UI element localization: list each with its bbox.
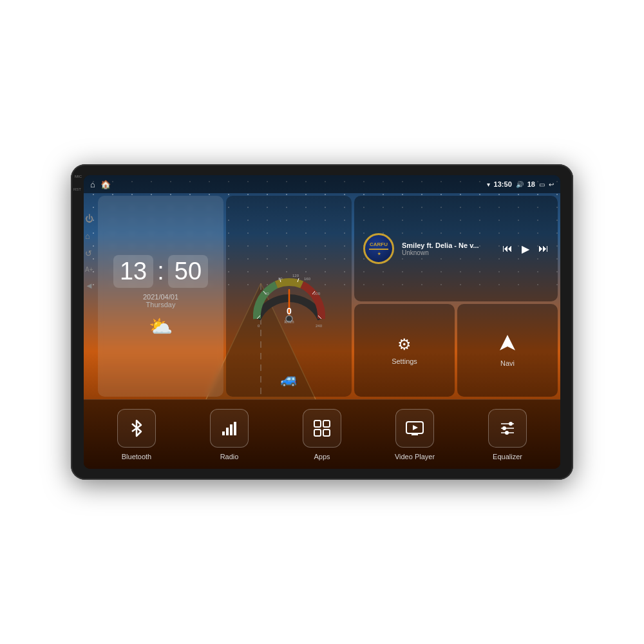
clock-min-block: 50 bbox=[168, 255, 208, 288]
svg-marker-31 bbox=[413, 425, 418, 430]
apps-icon-wrap bbox=[303, 409, 341, 448]
screen: ⌂ 🏠 ▾ 13:50 🔊 18 ▭ ↩ ⏻ ⌂ ↺ A+ ◄ bbox=[84, 175, 560, 469]
clock-day: Thursday bbox=[143, 301, 178, 308]
music-logo: CARFU ★ bbox=[363, 233, 394, 264]
rst-label: RST bbox=[73, 187, 81, 191]
svg-rect-24 bbox=[230, 424, 232, 435]
back-icon[interactable]: ↩ bbox=[549, 181, 554, 188]
car-head-unit: MIC RST ⌂ 🏠 ▾ 13:50 � bbox=[71, 164, 573, 480]
svg-text:km/h: km/h bbox=[284, 319, 294, 324]
video-player-label: Video Player bbox=[395, 453, 435, 460]
mic-label: MIC bbox=[75, 175, 82, 178]
settings-label: Settings bbox=[392, 357, 417, 365]
svg-text:0: 0 bbox=[287, 306, 292, 316]
svg-rect-28 bbox=[314, 430, 321, 436]
play-button[interactable]: ▶ bbox=[522, 243, 529, 255]
bluetooth-label: Bluetooth bbox=[122, 453, 151, 460]
svg-rect-22 bbox=[222, 431, 225, 435]
next-button[interactable]: ⏭ bbox=[538, 243, 549, 254]
navi-icon bbox=[498, 334, 516, 355]
clock-colon: : bbox=[157, 258, 164, 285]
home-soft-key[interactable]: ⌂ bbox=[90, 180, 95, 189]
screen-background: ⌂ 🏠 ▾ 13:50 🔊 18 ▭ ↩ ⏻ ⌂ ↺ A+ ◄ bbox=[84, 175, 560, 469]
power-button[interactable]: ⏻ bbox=[85, 214, 93, 223]
clock-widget: 13 : 50 2021/04/01 Thursday ⛅ bbox=[98, 196, 223, 397]
car-icon: 🚙 bbox=[280, 371, 298, 388]
svg-rect-25 bbox=[234, 422, 236, 435]
settings-icon: ⚙ bbox=[397, 336, 412, 354]
svg-point-34 bbox=[502, 426, 506, 430]
add-button[interactable]: A+ bbox=[85, 266, 93, 273]
battery-icon: ▭ bbox=[539, 181, 545, 188]
weather-icon: ⛅ bbox=[149, 315, 173, 337]
logo-bar bbox=[369, 249, 388, 250]
back2-button[interactable]: ◄ bbox=[85, 281, 93, 290]
radio-item[interactable]: Radio bbox=[183, 409, 276, 460]
svg-text:200: 200 bbox=[314, 292, 321, 296]
svg-rect-27 bbox=[323, 421, 330, 427]
radio-label: Radio bbox=[220, 453, 239, 460]
svg-rect-29 bbox=[323, 430, 330, 436]
navi-label: Navi bbox=[500, 359, 515, 367]
svg-marker-21 bbox=[500, 335, 515, 350]
radio-icon-wrap bbox=[210, 409, 249, 448]
video-player-icon-wrap bbox=[395, 409, 434, 448]
svg-text:240: 240 bbox=[316, 324, 323, 328]
speedometer-widget: 0 km/h 0 40 80 120 160 200 240 🚙 bbox=[226, 196, 352, 397]
clock-hour: 13 bbox=[120, 258, 147, 285]
side-controls: ⏻ ⌂ ↺ A+ ◄ bbox=[85, 214, 93, 290]
settings-card[interactable]: ⚙ Settings bbox=[354, 304, 455, 397]
right-column: CARFU ★ Smiley ft. Delia - Ne v... Unkno… bbox=[354, 196, 558, 397]
music-artist: Unknown bbox=[402, 249, 495, 256]
bluetooth-icon bbox=[127, 419, 146, 438]
music-info: Smiley ft. Delia - Ne v... Unknown bbox=[402, 242, 495, 256]
logo-sub: ★ bbox=[369, 251, 388, 256]
apps-icon bbox=[312, 419, 332, 438]
clock-minute: 50 bbox=[175, 258, 202, 285]
music-controls: ⏮ ▶ ⏭ bbox=[502, 243, 549, 255]
bottom-app-bar: Bluetooth Radio bbox=[84, 399, 560, 469]
svg-text:0: 0 bbox=[258, 324, 260, 328]
clock-display: 13 : 50 bbox=[113, 255, 208, 288]
bluetooth-icon-wrap bbox=[117, 409, 156, 448]
gauge-svg: 0 km/h 0 40 80 120 160 200 240 bbox=[247, 264, 331, 328]
radio-icon bbox=[220, 419, 239, 438]
music-logo-text: CARFU bbox=[369, 242, 388, 247]
status-left: ⌂ 🏠 bbox=[90, 180, 111, 189]
svg-rect-26 bbox=[314, 421, 321, 427]
status-time: 13:50 bbox=[494, 180, 512, 188]
svg-text:120: 120 bbox=[292, 274, 299, 278]
bluetooth-item[interactable]: Bluetooth bbox=[90, 409, 183, 460]
house-icon[interactable]: 🏠 bbox=[100, 180, 111, 189]
clock-hour-block: 13 bbox=[113, 255, 153, 288]
svg-text:160: 160 bbox=[304, 277, 311, 281]
status-bar: ⌂ 🏠 ▾ 13:50 🔊 18 ▭ ↩ bbox=[84, 175, 560, 193]
settings-navi-row: ⚙ Settings Navi bbox=[354, 304, 558, 397]
prev-button[interactable]: ⏮ bbox=[502, 243, 513, 254]
equalizer-label: Equalizer bbox=[493, 453, 522, 460]
back-button[interactable]: ↺ bbox=[85, 249, 93, 258]
main-content: 13 : 50 2021/04/01 Thursday ⛅ bbox=[95, 193, 560, 399]
video-player-icon bbox=[405, 419, 424, 438]
volume-level: 18 bbox=[527, 180, 535, 188]
music-card[interactable]: CARFU ★ Smiley ft. Delia - Ne v... Unkno… bbox=[354, 196, 558, 301]
equalizer-icon-wrap bbox=[488, 409, 527, 448]
wifi-icon: ▾ bbox=[487, 181, 490, 188]
svg-text:40: 40 bbox=[265, 292, 269, 296]
clock-date: 2021/04/01 bbox=[143, 293, 178, 301]
equalizer-item[interactable]: Equalizer bbox=[461, 409, 554, 460]
svg-rect-23 bbox=[226, 428, 229, 435]
equalizer-icon bbox=[498, 419, 517, 438]
svg-point-36 bbox=[509, 422, 513, 426]
music-title: Smiley ft. Delia - Ne v... bbox=[402, 242, 495, 249]
apps-item[interactable]: Apps bbox=[276, 409, 368, 460]
navi-card[interactable]: Navi bbox=[457, 304, 558, 397]
apps-label: Apps bbox=[314, 453, 330, 460]
home-button[interactable]: ⌂ bbox=[85, 231, 93, 241]
status-right: ▾ 13:50 🔊 18 ▭ ↩ bbox=[487, 180, 554, 188]
svg-text:80: 80 bbox=[278, 277, 283, 281]
clock-date-display: 2021/04/01 Thursday bbox=[143, 293, 178, 308]
volume-icon: 🔊 bbox=[516, 181, 524, 188]
svg-point-38 bbox=[505, 431, 509, 435]
video-player-item[interactable]: Video Player bbox=[368, 409, 461, 460]
